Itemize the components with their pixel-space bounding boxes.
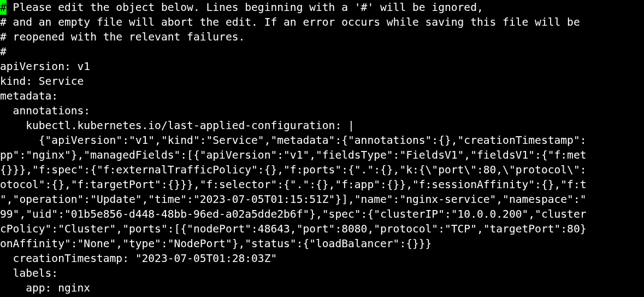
editor-line: annotations:: [0, 103, 644, 118]
editor-line: ","operation":"Update","time":"2023-07-0…: [0, 192, 644, 207]
editor-line: apiVersion: v1: [0, 59, 644, 74]
editor-line: {}}},"f:spec":{"f:externalTrafficPolicy"…: [0, 162, 644, 177]
editor-line: metadata:: [0, 89, 644, 103]
editor-line: cPolicy":"Cluster","ports":[{"nodePort":…: [0, 222, 644, 236]
editor-line: 99","uid":"01b5e856-d448-48bb-96ed-a02a5…: [0, 207, 644, 222]
editor-line: kind: Service: [0, 74, 644, 89]
terminal-editor[interactable]: # Please edit the object below. Lines be…: [0, 0, 644, 297]
editor-line: onAffinity":"None","type":"NodePort"},"s…: [0, 236, 644, 251]
editor-line: app: nginx: [0, 281, 644, 295]
editor-line: # and an empty file will abort the edit.…: [0, 15, 644, 30]
editor-line: labels:: [0, 266, 644, 281]
editor-line: creationTimestamp: "2023-07-05T01:28:03Z…: [0, 251, 644, 266]
editor-line: {"apiVersion":"v1","kind":"Service","met…: [0, 133, 644, 148]
editor-line: kubectl.kubernetes.io/last-applied-confi…: [0, 118, 644, 133]
cursor: #: [0, 0, 7, 15]
editor-line: # Please edit the object below. Lines be…: [0, 0, 644, 15]
editor-line: otocol":{},"f:targetPort":{}}},"f:select…: [0, 177, 644, 192]
editor-line: #: [0, 44, 644, 59]
editor-line: # reopened with the relevant failures.: [0, 30, 644, 44]
editor-line: pp":"nginx"},"managedFields":[{"apiVersi…: [0, 148, 644, 162]
editor-text: Please edit the object below. Lines begi…: [7, 1, 483, 14]
